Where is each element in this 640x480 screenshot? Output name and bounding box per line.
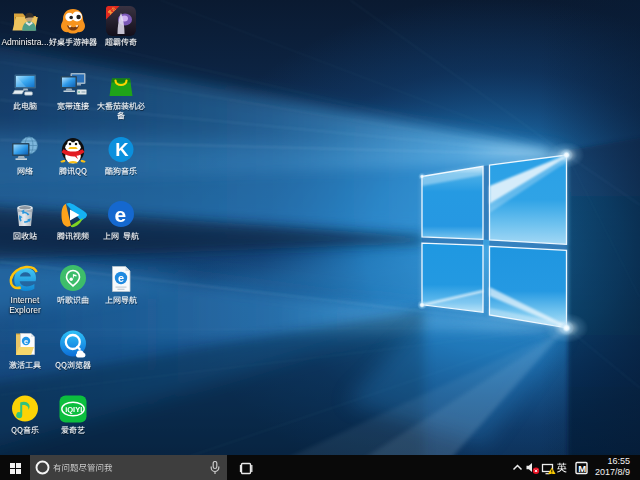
svg-text:iQIYI: iQIYI	[65, 404, 82, 413]
svg-text:e: e	[115, 202, 127, 225]
svg-text:K: K	[115, 139, 129, 160]
svg-text:e: e	[24, 336, 28, 345]
svg-text:e: e	[118, 272, 124, 284]
svg-text:M: M	[578, 463, 586, 474]
